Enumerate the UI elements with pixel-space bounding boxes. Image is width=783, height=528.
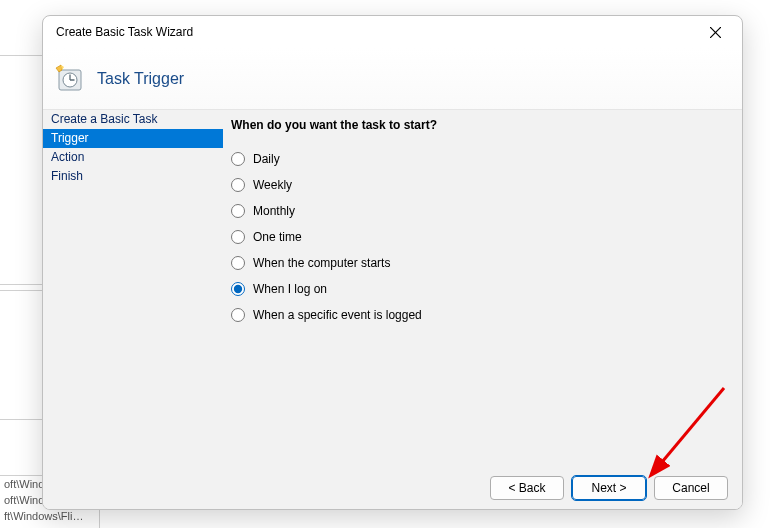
dialog-title: Create Basic Task Wizard xyxy=(55,25,193,39)
trigger-label: When a specific event is logged xyxy=(253,308,422,322)
trigger-option-onetime[interactable]: One time xyxy=(231,224,726,250)
wizard-footer: < Back Next > Cancel xyxy=(43,467,742,509)
wizard-step-title: Task Trigger xyxy=(97,70,184,88)
dialog-titlebar: Create Basic Task Wizard xyxy=(43,16,742,48)
trigger-option-daily[interactable]: Daily xyxy=(231,146,726,172)
trigger-label: When I log on xyxy=(253,282,327,296)
trigger-label: Monthly xyxy=(253,204,295,218)
back-button[interactable]: < Back xyxy=(490,476,564,500)
wizard-content: When do you want the task to start? Dail… xyxy=(223,110,742,467)
step-action[interactable]: Action xyxy=(43,148,223,167)
trigger-radio-event[interactable] xyxy=(231,308,245,322)
trigger-radio-weekly[interactable] xyxy=(231,178,245,192)
task-scheduler-icon xyxy=(53,62,87,96)
trigger-radio-logon[interactable] xyxy=(231,282,245,296)
next-button[interactable]: Next > xyxy=(572,476,646,500)
cancel-button[interactable]: Cancel xyxy=(654,476,728,500)
step-trigger[interactable]: Trigger xyxy=(43,129,223,148)
wizard-body: Create a Basic Task Trigger Action Finis… xyxy=(43,110,742,467)
trigger-radio-monthly[interactable] xyxy=(231,204,245,218)
trigger-question: When do you want the task to start? xyxy=(231,118,726,132)
create-basic-task-wizard-dialog: Create Basic Task Wizard Task Trigger Cr… xyxy=(42,15,743,510)
close-button[interactable] xyxy=(700,20,730,44)
trigger-radio-computer-starts[interactable] xyxy=(231,256,245,270)
close-icon xyxy=(710,27,721,38)
trigger-option-event[interactable]: When a specific event is logged xyxy=(231,302,726,328)
wizard-steps-nav: Create a Basic Task Trigger Action Finis… xyxy=(43,110,223,467)
trigger-label: Daily xyxy=(253,152,280,166)
trigger-radio-daily[interactable] xyxy=(231,152,245,166)
trigger-option-monthly[interactable]: Monthly xyxy=(231,198,726,224)
trigger-option-computer-starts[interactable]: When the computer starts xyxy=(231,250,726,276)
trigger-option-logon[interactable]: When I log on xyxy=(231,276,726,302)
wizard-header: Task Trigger xyxy=(43,48,742,110)
step-create-basic-task[interactable]: Create a Basic Task xyxy=(43,110,223,129)
trigger-label: Weekly xyxy=(253,178,292,192)
step-finish[interactable]: Finish xyxy=(43,167,223,186)
trigger-label: When the computer starts xyxy=(253,256,390,270)
trigger-label: One time xyxy=(253,230,302,244)
trigger-option-weekly[interactable]: Weekly xyxy=(231,172,726,198)
trigger-radio-onetime[interactable] xyxy=(231,230,245,244)
bg-list-item: ft\Windows\Fli… xyxy=(4,508,99,524)
